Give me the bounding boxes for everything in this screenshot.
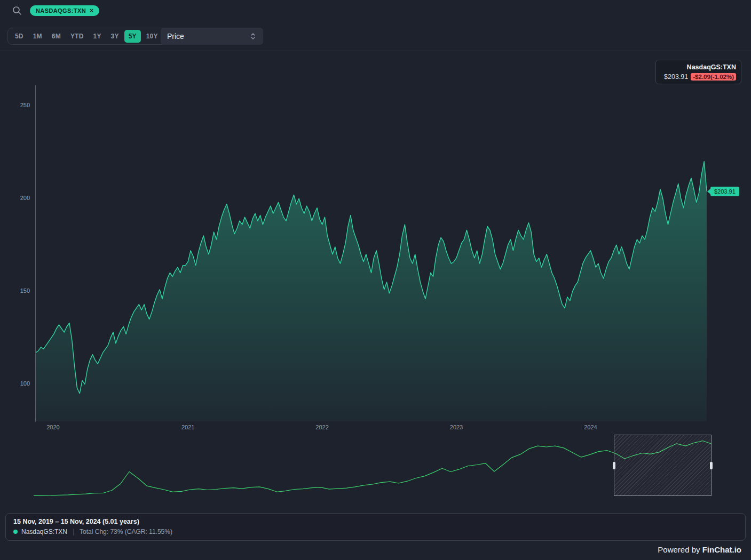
ticker-chip-label: NASDAQGS:TXN	[36, 7, 86, 14]
range-button-1y[interactable]: 1Y	[89, 30, 106, 43]
navigator-right-handle[interactable]	[710, 462, 713, 469]
y-axis-label: 150	[4, 287, 30, 294]
tooltip-symbol: NasdaqGS:TXN	[661, 63, 736, 71]
summary-panel: 15 Nov, 2019 – 15 Nov, 2024 (5.01 years)…	[5, 513, 746, 541]
quote-tooltip: NasdaqGS:TXN $203.91 -$2.09(-1.02%)	[655, 60, 741, 84]
y-axis-label: 100	[4, 380, 30, 387]
range-button-6m[interactable]: 6M	[48, 30, 65, 43]
main-chart-svg[interactable]	[36, 85, 707, 421]
x-axis-label: 2020	[46, 424, 59, 430]
brand-name: FinChat.io	[702, 545, 741, 554]
navigator-left-handle[interactable]	[613, 462, 615, 469]
range-button-5d[interactable]: 5D	[11, 30, 28, 43]
navigator-chart-svg[interactable]	[34, 435, 712, 496]
legend-stats: Total Chg: 73% (CAGR: 11.55%)	[80, 528, 172, 535]
x-axis-label: 2021	[181, 424, 194, 430]
metric-dropdown[interactable]: Price	[161, 28, 263, 45]
range-button-5y[interactable]: 5Y	[124, 30, 141, 43]
tooltip-change-badge: -$2.09(-1.02%)	[691, 73, 736, 81]
tooltip-price: $203.91	[664, 73, 688, 81]
divider	[73, 529, 74, 535]
top-bar: NASDAQGS:TXN ×	[12, 5, 99, 16]
legend-symbol: NasdaqGS:TXN	[21, 528, 67, 535]
ticker-chip[interactable]: NASDAQGS:TXN ×	[30, 5, 99, 16]
range-button-10y[interactable]: 10Y	[142, 30, 162, 43]
powered-by-text: Powered by	[658, 545, 702, 554]
range-button-ytd[interactable]: YTD	[66, 30, 88, 43]
y-axis-label: 250	[4, 102, 30, 108]
x-axis-label: 2022	[315, 424, 328, 430]
x-axis-label: 2024	[584, 424, 597, 430]
range-button-3y[interactable]: 3Y	[107, 30, 123, 43]
divider	[0, 51, 751, 51]
range-button-1m[interactable]: 1M	[29, 30, 46, 43]
legend-dot-icon	[13, 530, 18, 534]
navigator-line	[34, 441, 712, 496]
chevron-up-down-icon	[249, 32, 257, 41]
y-axis-label: 200	[4, 195, 30, 201]
date-range-text: 15 Nov, 2019 – 15 Nov, 2024 (5.01 years)	[13, 518, 738, 525]
powered-by-brand[interactable]: Powered by FinChat.io	[658, 545, 741, 554]
close-icon[interactable]: ×	[90, 7, 93, 14]
search-icon[interactable]	[12, 5, 22, 16]
navigator-selection-window[interactable]	[614, 435, 712, 496]
x-axis-label: 2023	[450, 424, 463, 430]
last-price-tag: $203.91	[710, 187, 739, 196]
metric-dropdown-value: Price	[167, 32, 184, 41]
price-area-fill	[36, 162, 707, 421]
